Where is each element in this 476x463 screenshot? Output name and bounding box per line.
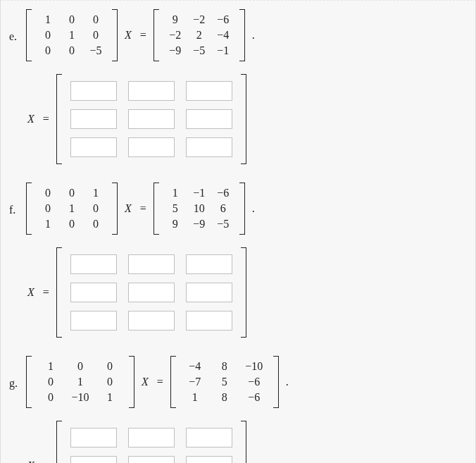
- bracket-left: [26, 9, 32, 61]
- matrix-body: [62, 247, 241, 338]
- matrix-cell: 0: [60, 216, 84, 232]
- matrix-cell: 8: [210, 390, 239, 405]
- matrix-cell-input[interactable]: [128, 137, 175, 157]
- equals-sign: =: [43, 459, 49, 463]
- problem-label: f.: [9, 183, 23, 216]
- matrix-cell-input[interactable]: [70, 254, 117, 274]
- matrix-row: −75−6: [180, 374, 269, 390]
- matrix-cell: −4: [180, 359, 210, 374]
- matrix-cell: 1: [180, 390, 210, 405]
- matrix-cell: 1: [36, 12, 60, 27]
- equals-sign: =: [43, 113, 49, 125]
- matrix-cell: −6: [239, 374, 269, 390]
- matrix-cell: −2: [187, 12, 211, 27]
- period: .: [286, 376, 289, 388]
- variable-x: X: [27, 286, 35, 299]
- matrix-body: 9−2−6−22−4−9−5−1: [159, 9, 239, 61]
- matrix-cell: 1: [84, 185, 108, 201]
- matrix-body: 1−1−651069−9−5: [159, 183, 239, 235]
- matrix-row: −48−10: [180, 359, 269, 374]
- matrix-cell: 0: [36, 201, 60, 216]
- bracket-right: [112, 9, 118, 61]
- bracket-left: [154, 9, 159, 61]
- matrix-cell: 0: [60, 185, 84, 201]
- matrix: 10001000−5: [26, 9, 118, 61]
- matrix-cell: 1: [36, 359, 65, 374]
- matrix-cell-input[interactable]: [186, 311, 232, 331]
- matrix-cell: 10: [187, 201, 211, 216]
- matrix-cell: 0: [84, 216, 108, 232]
- matrix-row: 100: [36, 359, 125, 374]
- matrix-cell-input[interactable]: [186, 109, 232, 129]
- matrix-cell-input[interactable]: [128, 456, 175, 463]
- matrix-row: 001: [36, 185, 108, 201]
- matrix-cell: 0: [36, 374, 65, 390]
- bracket-right: [239, 9, 245, 61]
- matrix-cell-input[interactable]: [70, 109, 117, 129]
- matrix-cell: −5: [84, 43, 108, 58]
- matrix-cell: 5: [163, 201, 187, 216]
- matrix-row: [65, 250, 238, 278]
- matrix-row: [65, 424, 238, 452]
- matrix-cell-input[interactable]: [128, 311, 175, 331]
- bracket-left: [154, 183, 159, 235]
- bracket-left: [170, 356, 176, 408]
- matrix-cell-input[interactable]: [70, 456, 117, 463]
- matrix-body: 10001000−5: [32, 9, 112, 61]
- matrix-cell-input[interactable]: [186, 428, 232, 447]
- matrix: 001010100: [26, 183, 118, 235]
- matrix-row: 0−101: [36, 390, 125, 405]
- matrix-row: [65, 133, 238, 161]
- matrix-cell: 0: [36, 185, 60, 201]
- matrix-row: [65, 452, 238, 463]
- matrix-cell-input[interactable]: [186, 81, 232, 101]
- problem: g.1000100−101X=−48−10−75−618−6.: [9, 356, 467, 408]
- matrix-cell: 0: [95, 359, 125, 374]
- period: .: [252, 202, 255, 215]
- matrix-cell-input[interactable]: [128, 81, 175, 101]
- matrix-cell-input[interactable]: [128, 283, 175, 302]
- matrix-cell: 8: [210, 359, 239, 374]
- answer-row: X=: [23, 74, 467, 164]
- matrix-cell-input[interactable]: [70, 428, 117, 447]
- equals-sign: =: [157, 376, 163, 388]
- matrix-cell-input[interactable]: [70, 137, 117, 157]
- matrix-cell: 1: [60, 27, 84, 43]
- answer-matrix: [56, 247, 246, 338]
- matrix-row: 5106: [163, 201, 235, 216]
- equals-sign: =: [43, 286, 49, 299]
- answer-matrix: [56, 421, 246, 463]
- matrix-cell: 0: [36, 27, 60, 43]
- matrix-cell-input[interactable]: [186, 456, 232, 463]
- matrix-row: [65, 278, 238, 307]
- matrix-row: 010: [36, 27, 108, 43]
- matrix-row: 1−1−6: [163, 185, 235, 201]
- period: .: [252, 29, 255, 42]
- equals-sign: =: [140, 202, 146, 215]
- matrix-cell: 1: [95, 390, 125, 405]
- matrix-body: 1000100−101: [32, 356, 129, 408]
- matrix-row: 100: [36, 216, 108, 232]
- matrix-cell-input[interactable]: [186, 137, 232, 157]
- matrix-cell-input[interactable]: [186, 283, 232, 302]
- bracket-right: [273, 356, 279, 408]
- problem-label: g.: [9, 356, 23, 390]
- matrix-cell-input[interactable]: [128, 428, 175, 447]
- matrix-row: 00−5: [36, 43, 108, 58]
- bracket-left: [56, 421, 62, 463]
- matrix-cell: −1: [211, 43, 235, 58]
- matrix-cell-input[interactable]: [128, 254, 175, 274]
- matrix-cell: −9: [187, 216, 211, 232]
- matrix-cell: 0: [84, 27, 108, 43]
- matrix-cell-input[interactable]: [186, 254, 232, 274]
- matrix-cell-input[interactable]: [128, 109, 175, 129]
- matrix-cell: −4: [211, 27, 235, 43]
- matrix: 1−1−651069−9−5: [154, 183, 245, 235]
- matrix-cell-input[interactable]: [70, 283, 117, 302]
- answer-matrix: [56, 74, 246, 164]
- matrix-body: [62, 421, 241, 463]
- matrix-cell-input[interactable]: [70, 311, 117, 331]
- matrix-cell: 0: [84, 201, 108, 216]
- matrix-cell-input[interactable]: [70, 81, 117, 101]
- matrix-row: 100: [36, 12, 108, 27]
